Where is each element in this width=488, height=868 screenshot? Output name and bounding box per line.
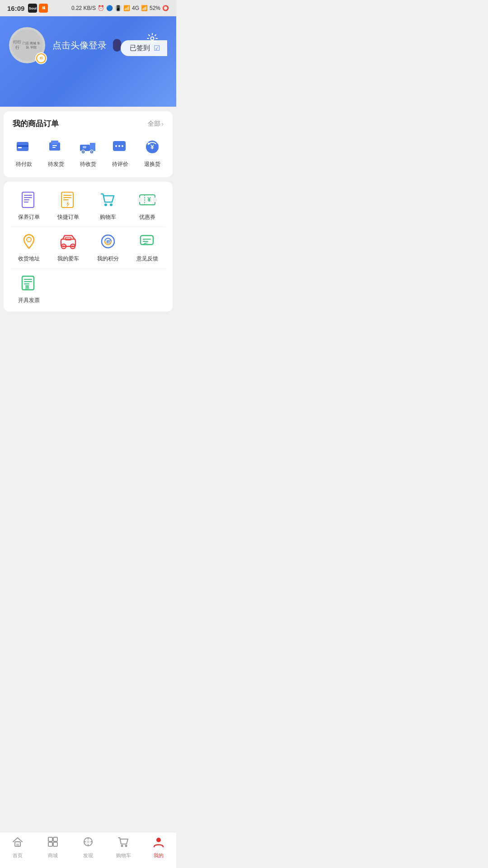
svg-rect-62 bbox=[53, 837, 57, 841]
return-icon: ¥ bbox=[142, 138, 162, 156]
nav-item-home[interactable]: 首页 bbox=[4, 836, 31, 859]
svg-point-45 bbox=[72, 245, 74, 247]
bluetooth-icon: 🔵 bbox=[106, 5, 113, 11]
service-maintenance-order[interactable]: 保养订单 bbox=[11, 191, 47, 221]
nav-item-shop[interactable]: 商城 bbox=[39, 836, 66, 859]
battery-icon: ⭕ bbox=[162, 5, 169, 11]
coupon-icon: ¥ bbox=[137, 191, 157, 209]
signal2-icon: 📶 bbox=[141, 5, 148, 11]
sign-in-text: 已签到 bbox=[130, 44, 150, 52]
svg-rect-25 bbox=[24, 197, 32, 198]
nav-item-profile[interactable]: 我的 bbox=[145, 836, 172, 859]
order-item-pending-payment[interactable]: 待付款 bbox=[10, 138, 38, 168]
signal-icon: 📶 bbox=[123, 5, 130, 11]
points-label: 积 bbox=[40, 56, 43, 61]
service-label-cart: 购物车 bbox=[100, 213, 116, 221]
cart-nav-icon bbox=[117, 836, 129, 850]
svg-text:票: 票 bbox=[25, 285, 30, 290]
nav-label-cart: 购物车 bbox=[116, 852, 131, 859]
pending-receive-icon bbox=[78, 138, 98, 156]
svg-point-73 bbox=[156, 838, 161, 842]
service-my-car[interactable]: 我的爱车 bbox=[51, 232, 87, 263]
service-address[interactable]: 收货地址 bbox=[11, 232, 47, 263]
services-card: 保养订单 快捷订单 bbox=[4, 182, 173, 311]
discover-icon bbox=[82, 836, 94, 850]
service-label-my-car: 我的爱车 bbox=[57, 255, 79, 263]
nav-label-discover: 发现 bbox=[83, 852, 93, 859]
service-feedback[interactable]: 意见反馈 bbox=[130, 232, 166, 263]
login-prompt[interactable]: 点击头像登录 bbox=[52, 39, 107, 52]
sign-in-button[interactable]: 已签到 ☑ bbox=[121, 40, 167, 56]
orders-more-button[interactable]: 全部 › bbox=[148, 120, 164, 128]
pending-payment-icon bbox=[14, 138, 34, 156]
svg-rect-61 bbox=[48, 837, 52, 841]
svg-point-36 bbox=[137, 198, 142, 202]
order-label-pending-payment: 待付款 bbox=[16, 160, 32, 168]
service-my-points[interactable]: 积 我的积分 bbox=[90, 232, 126, 263]
orders-card: 我的商品订单 全部 › 待付款 bbox=[4, 111, 173, 177]
svg-rect-57 bbox=[24, 283, 29, 284]
service-flash-order[interactable]: 快捷订单 bbox=[51, 191, 87, 221]
order-icons-row: 待付款 待发货 bbox=[4, 134, 173, 177]
svg-marker-49 bbox=[104, 241, 106, 242]
avatar-container[interactable]: 行行行门店 商城 车队 学院 积 bbox=[9, 27, 45, 63]
battery-text: 52% bbox=[150, 5, 160, 11]
nav-item-cart[interactable]: 购物车 bbox=[110, 836, 137, 859]
shop-icon bbox=[47, 836, 59, 850]
order-label-pending-receive: 待收货 bbox=[80, 160, 96, 168]
svg-point-40 bbox=[27, 237, 31, 242]
nav-label-home: 首页 bbox=[13, 852, 23, 859]
network-speed: 0.22 KB/S bbox=[71, 5, 96, 11]
nav-item-discover[interactable]: 发现 bbox=[75, 836, 102, 859]
service-coupon[interactable]: ¥ 优惠券 bbox=[130, 191, 166, 221]
order-item-pending-ship[interactable]: 待发货 bbox=[42, 138, 70, 168]
service-label-feedback: 意见反馈 bbox=[136, 255, 158, 263]
bottom-nav: 首页 商城 发现 bbox=[0, 832, 176, 868]
svg-rect-52 bbox=[143, 241, 148, 242]
svg-rect-3 bbox=[18, 147, 22, 148]
svg-rect-27 bbox=[24, 202, 28, 203]
svg-rect-24 bbox=[24, 195, 32, 196]
service-cart[interactable]: 购物车 bbox=[90, 191, 126, 221]
svg-point-72 bbox=[125, 845, 127, 847]
user-text: 点击头像登录 bbox=[52, 39, 121, 52]
chevron-right-icon: › bbox=[161, 120, 164, 127]
svg-marker-9 bbox=[90, 143, 95, 151]
my-car-icon bbox=[58, 232, 78, 250]
orders-title: 我的商品订单 bbox=[13, 118, 59, 129]
order-item-return[interactable]: ¥ 退换货 bbox=[139, 138, 166, 168]
more-label: 全部 bbox=[148, 120, 160, 128]
svg-point-34 bbox=[110, 203, 113, 206]
service-label-flash: 快捷订单 bbox=[57, 213, 79, 221]
svg-rect-55 bbox=[24, 279, 32, 280]
tantan-app-icon: 橘 bbox=[39, 4, 48, 13]
svg-rect-5 bbox=[51, 141, 58, 144]
points-badge: 积 bbox=[35, 52, 47, 64]
soul-app-icon: Soul bbox=[28, 4, 37, 13]
svg-rect-56 bbox=[24, 281, 32, 282]
svg-point-13 bbox=[91, 151, 92, 153]
main-content: 我的商品订单 全部 › 待付款 bbox=[0, 111, 176, 352]
home-icon bbox=[12, 836, 23, 850]
alarm-icon: ⏰ bbox=[98, 5, 104, 11]
services-row2: 收货地址 我的爱车 bbox=[11, 232, 165, 263]
order-item-pending-receive[interactable]: 待收货 bbox=[75, 138, 102, 168]
nav-label-profile: 我的 bbox=[154, 852, 164, 859]
profile-icon bbox=[153, 836, 164, 850]
maintenance-order-icon bbox=[19, 191, 39, 209]
svg-point-0 bbox=[151, 37, 154, 40]
svg-point-71 bbox=[121, 845, 123, 847]
svg-marker-32 bbox=[66, 201, 70, 208]
svg-text:积: 积 bbox=[105, 240, 110, 244]
svg-text:¥: ¥ bbox=[147, 196, 151, 203]
order-label-pending-ship: 待发货 bbox=[48, 160, 64, 168]
divider2 bbox=[11, 268, 165, 269]
svg-rect-7 bbox=[52, 147, 56, 148]
order-item-pending-review[interactable]: 待评价 bbox=[107, 138, 134, 168]
svg-rect-29 bbox=[63, 195, 71, 196]
services-row3: 票 开具发票 bbox=[11, 274, 165, 304]
service-invoice[interactable]: 票 开具发票 bbox=[11, 274, 47, 304]
pending-ship-icon bbox=[46, 138, 66, 156]
svg-rect-64 bbox=[53, 842, 57, 846]
svg-point-70 bbox=[87, 840, 89, 843]
